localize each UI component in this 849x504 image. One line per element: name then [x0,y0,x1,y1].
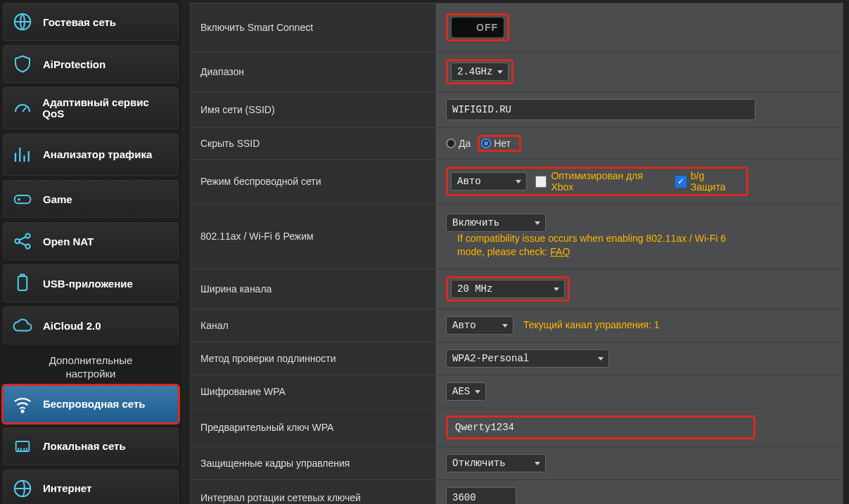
key-rotation-input[interactable] [446,487,516,504]
globe-icon [11,477,34,500]
xbox-optimize-checkbox[interactable]: Оптимизирован для Xbox [535,170,662,193]
usb-icon [11,271,34,295]
channel-width-select[interactable]: 20 MHz [451,280,565,298]
sidebar-item-lan[interactable]: Локальная сеть [3,427,179,465]
sidebar-item-label: Open NAT [43,235,94,247]
row-label: Имя сети (SSID) [191,92,436,128]
sidebar-item-aiprotection[interactable]: AiProtection [3,45,179,83]
wifi-icon [11,392,34,416]
sidebar-item-label: Беспроводная сеть [43,398,146,410]
sidebar-item-label: Game [43,193,72,205]
sidebar-item-guest-network[interactable]: Гостевая сеть [3,3,179,41]
network-icon [11,229,34,253]
wireless-mode-select[interactable]: Авто [451,172,527,190]
sidebar-item-label: Гостевая сеть [43,16,116,28]
pmf-select[interactable]: Отключить [446,454,546,472]
sidebar-item-aicloud[interactable]: AiCloud 2.0 [3,306,179,344]
gamepad-icon [11,187,34,211]
wifi6-note: If compatibility issue occurs when enabl… [457,232,739,259]
sidebar-item-label: AiCloud 2.0 [43,320,101,332]
sidebar-item-traffic-analyzer[interactable]: Анализатор трафика [3,134,179,176]
bg-protect-checkbox[interactable]: ✓ b/g Защита [675,170,739,193]
shield-icon [11,52,34,76]
row-label: Диапазон [191,52,436,92]
sidebar-item-wireless[interactable]: Беспроводная сеть [3,385,179,423]
sidebar-item-internet[interactable]: Интернет [3,470,179,505]
channel-select[interactable]: Авто [446,316,513,335]
sidebar: Гостевая сеть AiProtection Адаптивный се… [0,0,181,504]
sidebar-item-label: Интернет [43,482,91,494]
sidebar-item-label: AiProtection [43,58,106,70]
ssid-input[interactable] [446,99,755,120]
auth-method-select[interactable]: WPA2-Personal [446,349,609,368]
row-label: Включить Smart Connect [191,4,436,52]
smart-connect-toggle[interactable]: OFF [451,17,504,38]
svg-rect-1 [15,195,31,203]
sidebar-item-open-nat[interactable]: Open NAT [3,222,179,260]
band-select[interactable]: 2.4GHz [451,63,509,81]
wpa-key-input[interactable] [451,419,751,436]
settings-panel: Включить Smart Connect OFF Диапазон 2.4G… [181,0,849,504]
channel-note: Текущий канал управления: 1 [523,319,660,330]
sidebar-item-label: Анализатор трафика [43,149,152,161]
row-label: 802.11ax / Wi-Fi 6 Режим [191,204,436,269]
row-label: Метод проверки подлинности [191,342,436,375]
row-label: Скрыть SSID [191,128,436,160]
ethernet-icon [11,434,34,458]
toggle-state: OFF [476,22,498,33]
cloud-icon [11,314,34,337]
wpa-enc-select[interactable]: AES [446,382,486,401]
row-label: Предварительный ключ WPA [191,408,436,446]
hide-ssid-no-radio[interactable]: Нет [481,138,511,149]
wifi6-mode-select[interactable]: Включить [446,214,546,232]
hide-ssid-yes-radio[interactable]: Да [446,138,471,149]
row-label: Ширина канала [191,269,436,309]
row-label: Канал [191,309,436,342]
sidebar-item-game[interactable]: Game [3,180,179,218]
sidebar-item-label: USB-приложение [43,278,133,290]
sidebar-section-title: Дополнительные настройки [3,349,179,385]
row-label: Шифрование WPA [191,375,436,408]
gauge-icon [11,96,34,120]
sidebar-item-qos[interactable]: Адаптивный сервис QoS [3,87,179,129]
row-label: Интервал ротации сетевых ключей [191,479,436,504]
globe-icon [11,10,34,34]
row-label: Защищенные кадры управления [191,446,436,479]
chart-icon [11,143,34,167]
sidebar-item-usb-app[interactable]: USB-приложение [3,264,179,302]
svg-point-6 [22,410,24,412]
faq-link[interactable]: FAQ [550,246,570,257]
svg-rect-5 [18,276,27,290]
sidebar-item-label: Локальная сеть [43,440,126,452]
row-label: Режим беспроводной сети [191,160,436,204]
sidebar-item-label: Адаптивный сервис QoS [42,97,171,120]
